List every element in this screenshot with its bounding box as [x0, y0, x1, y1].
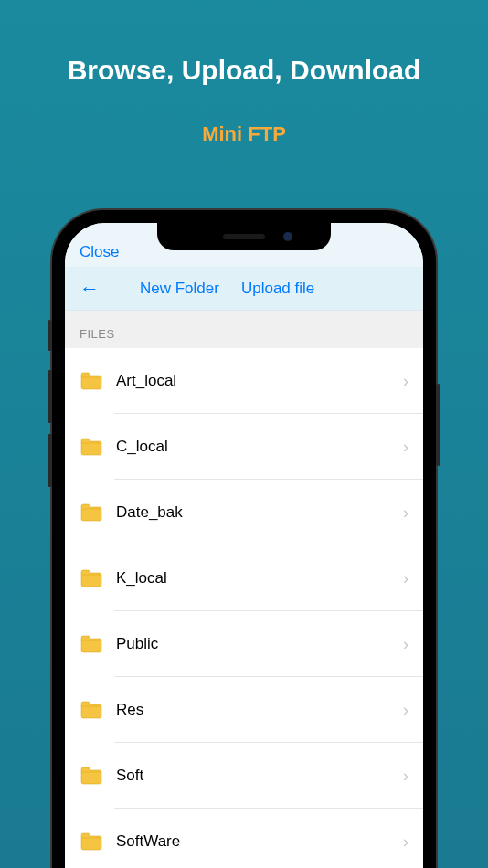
folder-icon: [80, 831, 103, 852]
folder-name: Soft: [116, 767, 403, 785]
list-item[interactable]: SoftWare ›: [65, 809, 423, 868]
chevron-right-icon: ›: [403, 569, 423, 588]
list-item[interactable]: Date_bak ›: [65, 480, 423, 545]
folder-icon: [80, 503, 103, 523]
upload-file-button[interactable]: Upload file: [241, 280, 314, 298]
section-header-files: FILES: [65, 311, 423, 348]
chevron-right-icon: ›: [403, 372, 423, 391]
list-item[interactable]: Soft ›: [65, 743, 423, 809]
list-item[interactable]: C_local ›: [65, 414, 423, 480]
list-item[interactable]: Public ›: [65, 611, 423, 677]
close-button[interactable]: Close: [80, 243, 119, 261]
chevron-right-icon: ›: [403, 438, 423, 457]
phone-side-button: [436, 384, 440, 466]
chevron-right-icon: ›: [403, 503, 423, 523]
folder-icon: [80, 437, 103, 457]
folder-name: Date_bak: [116, 503, 403, 522]
list-item[interactable]: K_local ›: [65, 545, 423, 611]
folder-name: SoftWare: [116, 832, 403, 851]
folder-name: Art_local: [116, 372, 403, 390]
file-list: Art_local › C_local › Date_bak ›: [65, 348, 423, 868]
folder-icon: [80, 700, 103, 720]
chevron-right-icon: ›: [403, 832, 423, 852]
folder-name: Res: [116, 701, 403, 719]
folder-name: K_local: [116, 569, 403, 587]
folder-name: Public: [116, 635, 403, 653]
phone-notch: [157, 223, 331, 250]
back-arrow-icon[interactable]: ←: [80, 279, 100, 299]
list-item[interactable]: Art_local ›: [65, 348, 423, 414]
new-folder-button[interactable]: New Folder: [140, 280, 219, 298]
phone-side-button: [48, 434, 52, 487]
phone-screen: Close ← New Folder Upload file FILES Art…: [65, 223, 423, 868]
chevron-right-icon: ›: [403, 635, 423, 654]
folder-icon: [80, 634, 103, 654]
folder-name: C_local: [116, 438, 403, 456]
phone-frame: Close ← New Folder Upload file FILES Art…: [52, 210, 436, 868]
chevron-right-icon: ›: [403, 767, 423, 786]
folder-icon: [80, 766, 103, 786]
toolbar: ← New Folder Upload file: [65, 267, 423, 311]
promo-subtitle: Mini FTP: [0, 122, 488, 146]
chevron-right-icon: ›: [403, 701, 423, 720]
folder-icon: [80, 371, 103, 391]
list-item[interactable]: Res ›: [65, 677, 423, 743]
phone-side-button: [48, 370, 52, 423]
folder-icon: [80, 568, 103, 588]
phone-side-button: [48, 320, 52, 351]
promo-headline: Browse, Upload, Download: [0, 55, 488, 86]
